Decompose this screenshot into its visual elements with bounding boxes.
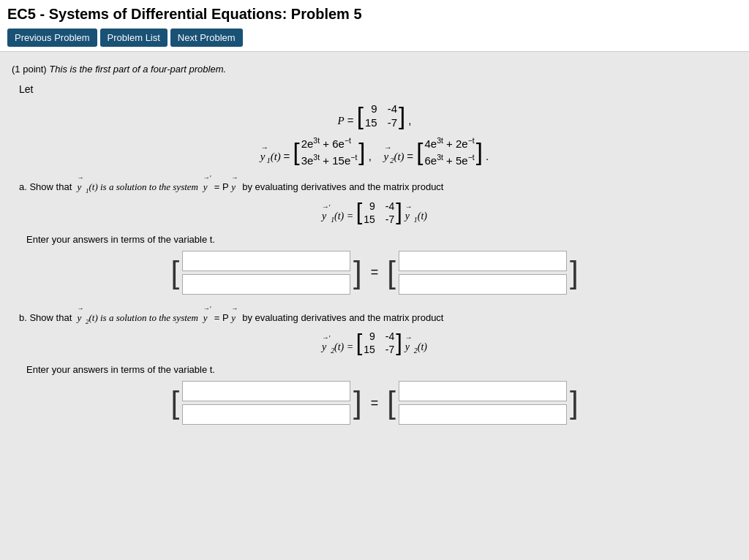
y1-bracket-left <box>293 140 300 164</box>
answer-inputs-right-b <box>399 381 567 425</box>
part-b-label: b. Show that → y 2(t) is a solution to t… <box>19 312 737 325</box>
problem-list-button[interactable]: Problem List <box>100 29 168 47</box>
y1-matrix: 2e3t + 6e−t 3e3t + 15e−t <box>293 136 366 167</box>
answer-matrix-right-a: [ ] <box>387 251 578 295</box>
part-b-equation: →′ y 2(t) = 9 -4 15 -7 → y 2(t) <box>12 330 737 355</box>
y2-matrix-cells: 4e3t + 2e−t 6e3t + 5e−t <box>424 136 474 167</box>
page-header: EC5 - Systems of Differential Equations:… <box>0 0 749 52</box>
equals-a: = <box>371 265 379 280</box>
part-a-label: a. Show that → y 1(t) is a solution to t… <box>19 181 737 194</box>
y2-bracket-right <box>476 140 483 164</box>
answer-a-row2[interactable] <box>182 274 350 295</box>
part-a-matrix: 9 -4 15 -7 <box>356 200 402 225</box>
y1-bracket-right <box>358 140 365 164</box>
right-bracket-b-left: ] <box>353 387 362 418</box>
y1-label: → y 1(t) <box>260 151 284 162</box>
right-bracket-a-left: ] <box>353 257 362 288</box>
answer-b-row1[interactable] <box>182 381 350 401</box>
right-bracket-a-right: ] <box>570 257 579 288</box>
answer-b-row2[interactable] <box>182 404 350 425</box>
page-title: EC5 - Systems of Differential Equations:… <box>7 6 742 23</box>
answer-inputs-left-b <box>182 381 350 425</box>
p-matrix-display: P = 9 -4 15 -7 , <box>12 102 737 129</box>
y-definitions: → y 1(t) = 2e3t + 6e−t 3e3t + 15e−t , → … <box>12 136 737 167</box>
p-label: P <box>338 115 345 126</box>
part-a-equation: →′ y 1(t) = 9 -4 15 -7 → y 1(t) <box>12 200 737 225</box>
p-matrix-bracket-left <box>357 104 364 128</box>
p-matrix-cells: 9 -4 15 -7 <box>365 102 397 129</box>
y2-bracket-left <box>416 140 423 164</box>
answer-a-row1[interactable] <box>182 251 350 271</box>
left-bracket-b-right: [ <box>387 387 396 418</box>
let-label: Let <box>19 83 737 95</box>
answer-row-a: [ ] = [ ] <box>12 251 737 295</box>
answer-inputs-right-a <box>399 251 567 295</box>
left-bracket-b-left: [ <box>170 387 179 418</box>
p-matrix-bracket-right <box>399 104 405 128</box>
answer-a-right-row2[interactable] <box>399 274 567 295</box>
y2-label: → y 2(t) <box>384 151 407 162</box>
nav-buttons: Previous Problem Problem List Next Probl… <box>7 29 742 47</box>
y2-matrix: 4e3t + 2e−t 6e3t + 5e−t <box>416 136 483 167</box>
answer-b-right-row1[interactable] <box>399 381 567 401</box>
answer-matrix-right-b: [ ] <box>387 381 578 425</box>
next-problem-button[interactable]: Next Problem <box>170 29 243 47</box>
p-matrix: 9 -4 15 -7 <box>357 102 405 129</box>
previous-problem-button[interactable]: Previous Problem <box>7 29 97 47</box>
answer-matrix-left-b: [ ] <box>170 381 361 425</box>
answer-b-right-row2[interactable] <box>399 404 567 425</box>
left-bracket-a-left: [ <box>170 257 179 288</box>
enter-answers-b: Enter your answers in terms of the varia… <box>26 364 737 375</box>
answer-inputs-left-a <box>182 251 350 295</box>
answer-matrix-left-a: [ ] <box>170 251 361 295</box>
answer-row-b: [ ] = [ ] <box>12 381 737 425</box>
right-bracket-b-right: ] <box>570 387 579 418</box>
equals-b: = <box>371 396 379 411</box>
left-bracket-a-right: [ <box>387 257 396 288</box>
problem-points: (1 point) This is the first part of a fo… <box>12 64 737 75</box>
part-b-matrix: 9 -4 15 -7 <box>356 330 402 355</box>
enter-answers-a: Enter your answers in terms of the varia… <box>26 234 737 245</box>
problem-container: (1 point) This is the first part of a fo… <box>0 52 749 560</box>
y1-matrix-cells: 2e3t + 6e−t 3e3t + 15e−t <box>301 136 358 167</box>
answer-a-right-row1[interactable] <box>399 251 567 271</box>
